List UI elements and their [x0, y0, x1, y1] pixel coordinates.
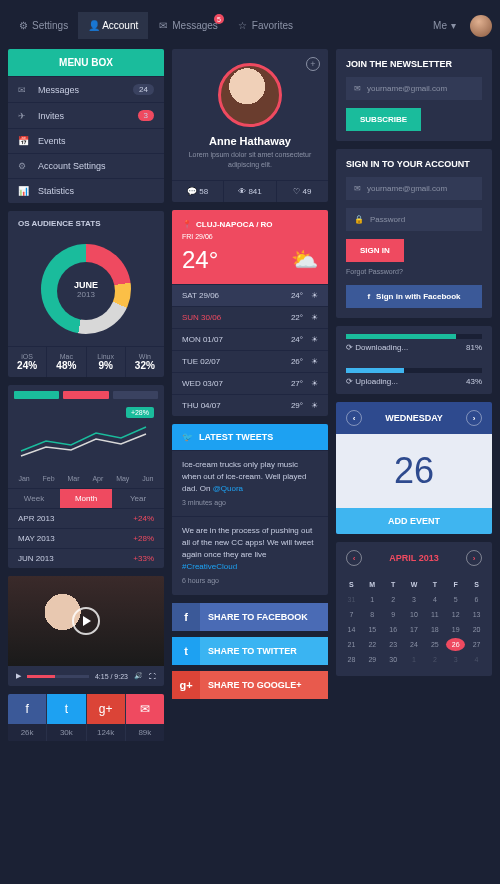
nav-favorites[interactable]: ☆Favorites: [228, 12, 303, 39]
signin-button[interactable]: SIGN IN: [346, 239, 404, 262]
menu-icon: 📅: [18, 136, 30, 146]
video-thumbnail[interactable]: [8, 576, 164, 666]
video-card: ▶ 4:15 / 9:23 🔊 ⛶: [8, 576, 164, 686]
progress-pct: 81%: [466, 343, 482, 352]
progress-row: ⟳ Downloading...81%: [336, 326, 492, 360]
nav-account[interactable]: 👤Account: [78, 12, 148, 39]
weather-day-row[interactable]: THU 04/0729°☀: [172, 394, 328, 416]
play-small-icon[interactable]: ▶: [16, 672, 21, 680]
cal-day-cell[interactable]: 25: [425, 638, 444, 651]
menu-item-0[interactable]: ✉Messages24: [8, 76, 164, 102]
forgot-password-link[interactable]: Forgot Password?: [336, 268, 492, 279]
weather-day-row[interactable]: TUE 02/0726°☀: [172, 350, 328, 372]
cal-day-cell[interactable]: 17: [405, 623, 424, 636]
weather-day-row[interactable]: SUN 30/0622°☀: [172, 306, 328, 328]
mcal-prev[interactable]: ‹: [346, 550, 362, 566]
cal-day-cell[interactable]: 11: [425, 608, 444, 621]
cal-day-cell[interactable]: 22: [363, 638, 382, 651]
comment-icon: 💬: [187, 187, 199, 196]
nav-me[interactable]: Me ▾: [423, 12, 466, 39]
add-icon[interactable]: +: [306, 57, 320, 71]
cal-day-cell[interactable]: 10: [405, 608, 424, 621]
range-tab-year[interactable]: Year: [112, 489, 164, 508]
cal-prev[interactable]: ‹: [346, 410, 362, 426]
menu-box: MENU BOX ✉Messages24✈Invites3📅Events⚙Acc…: [8, 49, 164, 203]
tweet-link[interactable]: #CreativeCloud: [182, 562, 237, 571]
cal-day-cell[interactable]: 19: [446, 623, 465, 636]
cal-day-cell[interactable]: 15: [363, 623, 382, 636]
cal-day-cell[interactable]: 26: [446, 638, 465, 651]
cal-day-cell[interactable]: 6: [467, 593, 486, 606]
cal-day-cell[interactable]: 14: [342, 623, 361, 636]
cal-day-cell[interactable]: 5: [446, 593, 465, 606]
cal-day-cell[interactable]: 3: [446, 653, 465, 666]
cal-day-cell[interactable]: 13: [467, 608, 486, 621]
signin-email-input[interactable]: ✉yourname@gmail.com: [346, 177, 482, 200]
social-tw[interactable]: t30k: [47, 694, 85, 741]
play-icon[interactable]: [72, 607, 100, 635]
add-event-button[interactable]: ADD EVENT: [336, 508, 492, 534]
cal-day-cell[interactable]: 2: [425, 653, 444, 666]
stat-comments[interactable]: 💬 58: [172, 181, 224, 202]
cal-day-cell[interactable]: 1: [363, 593, 382, 606]
cal-dow: T: [384, 578, 403, 591]
signin-facebook-button[interactable]: fSign in with Facebook: [346, 285, 482, 308]
menu-item-1[interactable]: ✈Invites3: [8, 102, 164, 128]
menu-item-3[interactable]: ⚙Account Settings: [8, 153, 164, 178]
cal-day-cell[interactable]: 1: [405, 653, 424, 666]
newsletter-email-input[interactable]: ✉yourname@gmail.com: [346, 77, 482, 100]
cal-day-cell[interactable]: 9: [384, 608, 403, 621]
cal-day-cell[interactable]: 29: [363, 653, 382, 666]
cal-day-cell[interactable]: 2: [384, 593, 403, 606]
cal-day-cell[interactable]: 8: [363, 608, 382, 621]
stat-likes[interactable]: ♡ 49: [277, 181, 328, 202]
avatar[interactable]: [470, 15, 492, 37]
cal-day-cell[interactable]: 18: [425, 623, 444, 636]
cal-day-cell[interactable]: 23: [384, 638, 403, 651]
cal-day-cell[interactable]: 21: [342, 638, 361, 651]
nav-settings[interactable]: ⚙Settings: [8, 12, 78, 39]
social-fb[interactable]: f26k: [8, 694, 46, 741]
fullscreen-icon[interactable]: ⛶: [149, 673, 156, 680]
cal-day-cell[interactable]: 28: [342, 653, 361, 666]
range-tab-month[interactable]: Month: [60, 489, 112, 508]
cal-day-cell[interactable]: 4: [467, 653, 486, 666]
cal-next[interactable]: ›: [466, 410, 482, 426]
weather-day-row[interactable]: MON 01/0724°☀: [172, 328, 328, 350]
menu-item-4[interactable]: 📊Statistics: [8, 178, 164, 203]
cal-day-cell[interactable]: 12: [446, 608, 465, 621]
cal-day-cell[interactable]: 31: [342, 593, 361, 606]
messages-badge: 5: [214, 14, 224, 24]
share-twitter[interactable]: tSHARE TO TWITTER: [172, 637, 328, 665]
weather-day-row[interactable]: SAT 29/0624°☀: [172, 284, 328, 306]
signin-password-input[interactable]: 🔒Password: [346, 208, 482, 231]
twitter-icon: 🐦: [182, 432, 193, 442]
video-progress[interactable]: [27, 675, 89, 678]
share-google[interactable]: g+SHARE TO GOOGLE+: [172, 671, 328, 699]
tweet-link[interactable]: @Quora: [213, 484, 243, 493]
share-facebook[interactable]: fSHARE TO FACEBOOK: [172, 603, 328, 631]
menu-icon: ⚙: [18, 161, 30, 171]
mcal-next[interactable]: ›: [466, 550, 482, 566]
stat-views[interactable]: 👁 841: [224, 181, 276, 202]
volume-icon[interactable]: 🔊: [134, 672, 143, 680]
mail-icon: ✉: [158, 20, 168, 31]
menu-item-2[interactable]: 📅Events: [8, 128, 164, 153]
weather-day-row[interactable]: WED 03/0727°☀: [172, 372, 328, 394]
cal-day-cell[interactable]: 27: [467, 638, 486, 651]
cal-day-cell[interactable]: 7: [342, 608, 361, 621]
range-tab-week[interactable]: Week: [8, 489, 60, 508]
nav-messages[interactable]: ✉Messages5: [148, 12, 228, 39]
os-cell: Linux9%: [87, 347, 126, 377]
social-ms[interactable]: ✉89k: [126, 694, 164, 741]
subscribe-button[interactable]: SUBSCRIBE: [346, 108, 421, 131]
cal-day-cell[interactable]: 24: [405, 638, 424, 651]
cal-day-cell[interactable]: 20: [467, 623, 486, 636]
cal-day-cell[interactable]: 4: [425, 593, 444, 606]
cal-day-cell[interactable]: 16: [384, 623, 403, 636]
cal-day-cell[interactable]: 3: [405, 593, 424, 606]
social-stats: f26kt30kg+124k✉89k: [8, 694, 164, 741]
cal-day-cell[interactable]: 30: [384, 653, 403, 666]
social-gp[interactable]: g+124k: [87, 694, 125, 741]
weather-small-icon: ☀: [311, 313, 318, 322]
